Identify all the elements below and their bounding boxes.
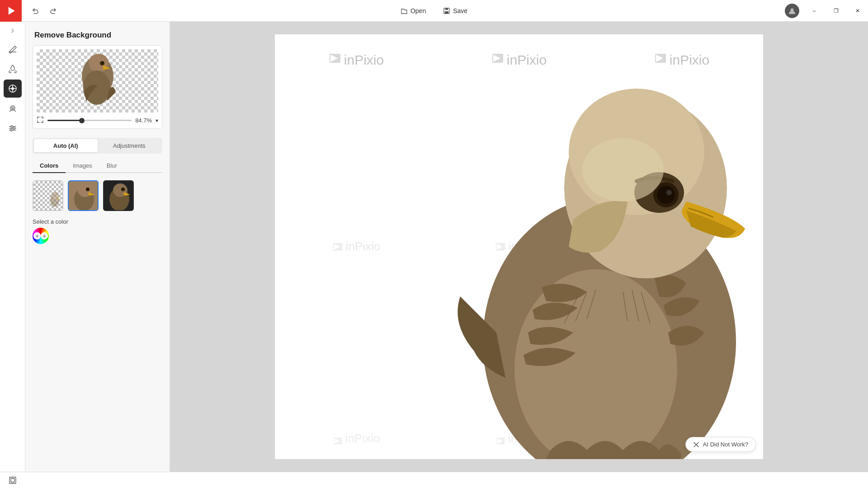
svg-rect-71 [9, 477, 16, 483]
main-area: Remove Background [0, 22, 868, 472]
svg-point-24 [102, 62, 104, 64]
zoom-slider-container [47, 120, 132, 121]
svg-point-25 [83, 70, 110, 105]
sidebar-item-eraser[interactable] [4, 40, 22, 58]
panel: Remove Background [25, 22, 170, 472]
bg-option-original[interactable] [68, 180, 99, 211]
sidebar-item-adjustments[interactable] [4, 119, 22, 137]
svg-marker-39 [493, 55, 500, 62]
svg-point-18 [11, 126, 13, 127]
sidebar-item-remove-bg[interactable] [4, 80, 22, 98]
ai-feedback-label: AI Did Not Work? [703, 441, 748, 448]
sidebar-item-effects[interactable] [4, 60, 22, 78]
svg-point-14 [12, 107, 14, 109]
redo-button[interactable] [45, 3, 61, 19]
svg-point-61 [666, 190, 672, 195]
svg-rect-48 [333, 437, 341, 444]
svg-marker-49 [334, 438, 340, 444]
svg-point-35 [121, 188, 125, 191]
nav-buttons [27, 3, 61, 19]
svg-rect-4 [445, 11, 448, 14]
preview-controls: 84.7% ▾ [37, 116, 158, 125]
resize-icon[interactable] [37, 116, 44, 125]
add-color-button[interactable]: + [33, 228, 49, 244]
sidebar-expand-button[interactable] [7, 25, 18, 36]
panel-preview: 84.7% ▾ [33, 45, 162, 129]
svg-point-31 [86, 188, 90, 191]
bg-option-dark[interactable] [103, 180, 134, 211]
canvas-inner: inPixio inPixio inPixio [275, 34, 763, 459]
zoom-value: 84.7% [135, 117, 152, 124]
restore-button[interactable]: ❐ [826, 0, 846, 22]
bg-option-transparent[interactable] [33, 180, 63, 211]
svg-rect-42 [333, 243, 342, 251]
main-tabs: Auto (AI) Adjustments [33, 138, 162, 154]
svg-rect-3 [445, 8, 448, 10]
avatar [785, 4, 799, 18]
bottom-bar [0, 472, 868, 488]
sub-tabs: Colors Images Blur [33, 159, 162, 173]
canvas-area: inPixio inPixio inPixio [170, 22, 868, 472]
panel-title: Remove Background [25, 22, 170, 45]
minimize-button[interactable]: – [804, 0, 825, 22]
titlebar: Open Save – ❐ ✕ [0, 0, 868, 22]
ai-feedback-button[interactable]: AI Did Not Work? [685, 437, 756, 452]
sidebar-icons [0, 22, 25, 472]
svg-rect-72 [11, 479, 14, 482]
svg-rect-36 [330, 54, 340, 63]
tab-adjustments[interactable]: Adjustments [98, 139, 161, 152]
svg-point-19 [13, 127, 15, 129]
undo-button[interactable] [27, 3, 43, 19]
app-logo [0, 0, 22, 22]
preview-image [37, 49, 158, 113]
sub-tab-blur[interactable]: Blur [99, 159, 124, 173]
close-button[interactable]: ✕ [847, 0, 868, 22]
titlebar-center: Open Save [392, 4, 476, 18]
svg-marker-37 [330, 55, 338, 62]
zoom-slider[interactable] [47, 120, 132, 121]
bottom-layers-button[interactable] [5, 473, 20, 488]
save-button[interactable]: Save [435, 4, 476, 18]
svg-point-62 [582, 138, 664, 202]
svg-marker-43 [334, 244, 340, 250]
sub-tab-colors[interactable]: Colors [33, 159, 66, 173]
select-color-label: Select a color [33, 218, 162, 225]
sub-tab-images[interactable]: Images [66, 159, 99, 173]
svg-point-8 [11, 87, 14, 90]
background-options [33, 180, 162, 211]
svg-point-20 [10, 129, 12, 131]
open-button[interactable]: Open [392, 4, 434, 18]
titlebar-right: – ❐ ✕ [785, 0, 868, 22]
sidebar-item-retouch[interactable] [4, 99, 22, 117]
svg-point-60 [657, 186, 675, 204]
zoom-dropdown[interactable]: ▾ [156, 117, 158, 124]
svg-marker-41 [656, 55, 663, 62]
eagle-image [406, 61, 763, 459]
tab-auto-ai[interactable]: Auto (AI) [34, 139, 98, 152]
